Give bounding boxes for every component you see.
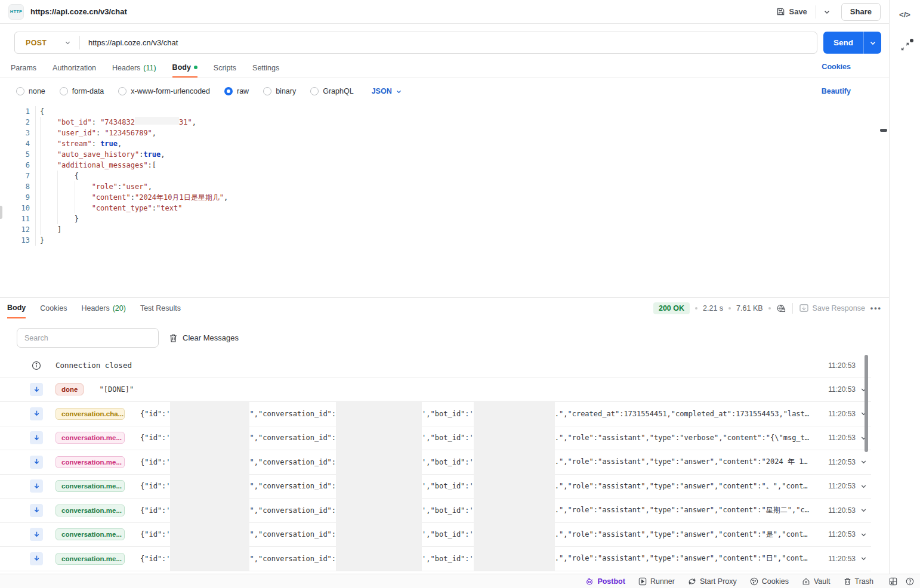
- tab-label: Scripts: [214, 64, 236, 72]
- indent-guide: [75, 181, 92, 192]
- code-token: {: [75, 171, 79, 181]
- beautify-link[interactable]: Beautify: [822, 87, 851, 95]
- message-time: 11:20:53: [825, 385, 856, 394]
- save-button[interactable]: Save: [770, 7, 813, 16]
- event-badge: conversation.cha...: [55, 408, 125, 420]
- expand-chevron-icon[interactable]: [856, 386, 871, 394]
- indent-guide: [57, 192, 75, 203]
- response-scrollbar[interactable]: [865, 355, 868, 452]
- message-row[interactable]: conversation.cha...{"id":'","conversatio…: [0, 402, 871, 426]
- body-mode-x-www-form-urlencoded[interactable]: x-www-form-urlencoded: [118, 87, 210, 95]
- tab-label: Test Results: [140, 304, 181, 312]
- gutter: [30, 203, 36, 213]
- trash-icon: [844, 577, 851, 586]
- response-tab-test-results[interactable]: Test Results: [140, 298, 181, 318]
- message-time: 11:20:53: [825, 555, 856, 563]
- code-token: :: [92, 117, 100, 128]
- json-tail: .","created_at":1731554451,"completed_at…: [555, 410, 825, 418]
- tab-authorization[interactable]: Authorization: [53, 58, 96, 78]
- send-label[interactable]: Send: [823, 32, 863, 54]
- body-mode-raw[interactable]: raw: [224, 87, 249, 95]
- statusbar-trash[interactable]: Trash: [844, 577, 874, 586]
- tab-settings[interactable]: Settings: [252, 58, 279, 78]
- send-button[interactable]: Send: [823, 32, 881, 54]
- tab-scripts[interactable]: Scripts: [214, 58, 236, 78]
- save-options-chevron[interactable]: [819, 6, 835, 18]
- share-button[interactable]: Share: [841, 3, 881, 21]
- expand-chevron-icon[interactable]: [856, 434, 871, 442]
- expand-chevron-icon[interactable]: [856, 458, 871, 466]
- statusbar-postbot[interactable]: Postbot: [585, 577, 625, 586]
- expand-panel-icon[interactable]: [897, 38, 913, 55]
- response-time[interactable]: 2.21 s: [703, 304, 723, 312]
- method-select[interactable]: POST: [15, 39, 79, 47]
- message-row[interactable]: Connection closed11:20:53: [0, 354, 871, 378]
- code-line: 11}: [0, 213, 878, 224]
- tab-body[interactable]: Body: [172, 58, 197, 78]
- message-row[interactable]: conversation.me...{"id":'","conversation…: [0, 475, 871, 499]
- expand-chevron-icon[interactable]: [856, 555, 871, 562]
- panel-layout-icon[interactable]: [889, 577, 897, 586]
- body-mode-label: form-data: [72, 87, 104, 95]
- status-badge[interactable]: 200 OK: [653, 302, 690, 314]
- response-tab-body[interactable]: Body: [7, 298, 26, 318]
- url-input[interactable]: [80, 38, 817, 47]
- editor-scrollbar[interactable]: [880, 129, 887, 132]
- tab-label: Body: [172, 63, 191, 72]
- save-label: Save: [789, 7, 807, 16]
- body-mode-none[interactable]: none: [16, 87, 45, 95]
- download-arrow-icon[interactable]: [30, 504, 43, 517]
- sidebar-drag-handle[interactable]: [0, 206, 2, 219]
- expand-chevron-icon[interactable]: [856, 506, 871, 514]
- json-segment: ","conversation_id":: [250, 482, 336, 490]
- dot-separator: [695, 307, 697, 310]
- message-row[interactable]: conversation.me...{"id":'","conversation…: [0, 426, 871, 451]
- event-badge: done: [55, 383, 84, 395]
- message-row[interactable]: conversation.me...{"id":'","conversation…: [0, 450, 871, 475]
- expand-chevron-icon[interactable]: [856, 482, 871, 490]
- message-row[interactable]: conversation.me...{"id":'","conversation…: [0, 523, 871, 547]
- code-snippet-icon[interactable]: </>: [897, 6, 913, 23]
- request-body-editor[interactable]: 1{2"bot_id": "743483231",3"user_id": "12…: [0, 106, 878, 296]
- request-tabs: ParamsAuthorizationHeaders(11)BodyScript…: [0, 58, 889, 78]
- body-mode-GraphQL[interactable]: GraphQL: [310, 87, 353, 95]
- search-input[interactable]: [17, 328, 159, 348]
- code-line: 12]: [0, 224, 878, 235]
- expand-chevron-icon[interactable]: [856, 531, 871, 539]
- clear-messages-button[interactable]: Clear Messages: [169, 333, 239, 343]
- cookies-link[interactable]: Cookies: [822, 63, 851, 71]
- statusbar-vault[interactable]: Vault: [802, 577, 831, 586]
- help-icon[interactable]: [906, 577, 914, 586]
- download-arrow-icon[interactable]: [30, 552, 43, 565]
- download-arrow-icon[interactable]: [30, 431, 43, 444]
- body-mode-binary[interactable]: binary: [263, 87, 296, 95]
- expand-chevron-icon[interactable]: [856, 410, 871, 417]
- download-arrow-icon[interactable]: [30, 456, 43, 469]
- tab-headers[interactable]: Headers(11): [112, 58, 156, 78]
- response-tab-cookies[interactable]: Cookies: [40, 298, 67, 318]
- language-select[interactable]: JSON: [372, 87, 402, 95]
- more-options-button[interactable]: •••: [870, 304, 882, 312]
- download-arrow-icon[interactable]: [30, 383, 43, 396]
- statusbar-start-proxy[interactable]: Start Proxy: [688, 577, 737, 586]
- network-lock-icon[interactable]: [776, 304, 786, 313]
- download-arrow-icon[interactable]: [30, 479, 43, 493]
- save-response-button[interactable]: Save Response: [799, 304, 865, 312]
- code-token: ,: [152, 128, 156, 138]
- line-number: 2: [0, 117, 30, 128]
- download-arrow-icon[interactable]: [30, 528, 43, 541]
- response-tab-headers[interactable]: Headers(20): [81, 298, 125, 318]
- message-row[interactable]: conversation.me...{"id":'","conversation…: [0, 499, 871, 523]
- message-row[interactable]: done"[DONE]"11:20:53: [0, 378, 871, 403]
- tab-params[interactable]: Params: [11, 58, 36, 78]
- statusbar-runner[interactable]: Runner: [638, 577, 675, 586]
- download-arrow-icon[interactable]: [30, 407, 43, 420]
- statusbar-cookies[interactable]: Cookies: [750, 577, 789, 586]
- line-number: 5: [0, 149, 30, 160]
- send-options-chevron[interactable]: [863, 32, 881, 54]
- message-row[interactable]: conversation.me...{"id":'","conversation…: [0, 547, 871, 571]
- dot-separator: [728, 307, 731, 310]
- message-time: 11:20:53: [825, 506, 856, 515]
- response-size[interactable]: 7.61 KB: [736, 304, 762, 312]
- body-mode-form-data[interactable]: form-data: [60, 87, 104, 95]
